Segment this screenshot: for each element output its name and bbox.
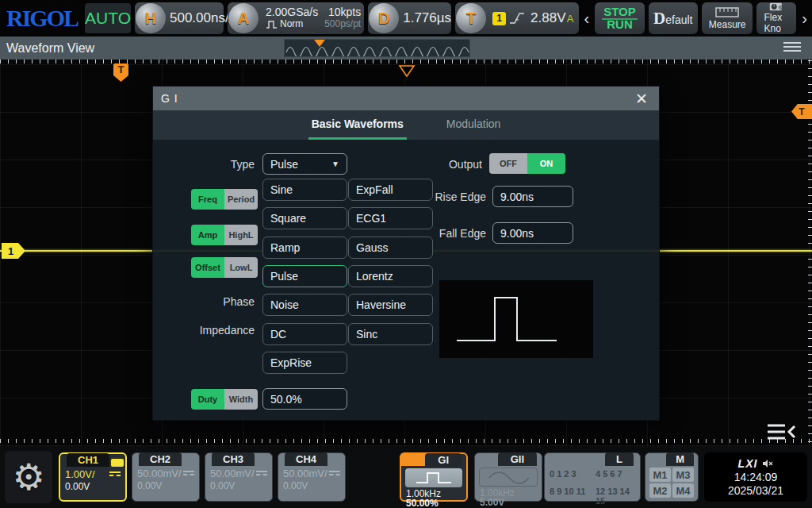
channel1-card[interactable]: CH1 1.00V/ 0.00V [59, 452, 127, 502]
trigger-center-marker[interactable] [398, 64, 416, 79]
delay-settings[interactable]: D 1.776µs [368, 2, 451, 34]
oscilloscope-screen: RIGOL AUTO H 500.00ns/ A 2.00GSa/s Norm … [0, 0, 812, 508]
waveform-option-lorentz[interactable]: Lorentz [348, 265, 433, 287]
duty-input[interactable]: 50.0% [262, 388, 347, 410]
channel1-marker[interactable]: 1 [2, 243, 25, 259]
math-card[interactable]: M M1 M3 M2 M4 [645, 452, 699, 502]
output-toggle[interactable]: OFF ON [489, 153, 565, 174]
default-initial: D [653, 9, 665, 28]
logic-card[interactable]: L 0 1 2 3 4 5 6 7 8 9 10 11 12 13 14 15 [544, 452, 641, 502]
toolbar-scroll-right[interactable]: › [800, 10, 809, 28]
waveform-option-noise[interactable]: Noise [262, 294, 347, 316]
math2-button[interactable]: M2 [649, 483, 671, 498]
type-dropdown[interactable]: Pulse ▼ [262, 153, 347, 175]
toolbar-scroll-left[interactable]: ‹ [583, 10, 592, 28]
trigger-knob[interactable]: T [456, 3, 486, 33]
logic-tab[interactable]: L [605, 452, 634, 466]
sine-wave-icon [480, 468, 538, 487]
tab-basic-waveforms[interactable]: Basic Waveforms [308, 110, 407, 140]
channel1-tab[interactable]: CH1 [67, 453, 109, 467]
rigol-logo: RIGOL [3, 5, 81, 32]
channel3-tab[interactable]: CH3 [212, 452, 255, 466]
waveform-view-bar: Waveform View [0, 37, 812, 60]
close-icon[interactable]: ✕ [632, 91, 651, 106]
waveform-option-haversine[interactable]: Haversine [348, 294, 433, 316]
flex-knob-button[interactable]: ⚙ Flex Kno [756, 2, 796, 34]
fall-edge-input[interactable]: 9.00ns [492, 222, 573, 244]
rise-edge-input[interactable]: 9.00ns [492, 186, 573, 207]
pulse-icon [266, 21, 278, 29]
freq-period-toggle[interactable]: Freq Period [191, 189, 258, 210]
period-option[interactable]: Period [224, 189, 258, 210]
waveform-option-ecg1[interactable]: ECG1 [348, 207, 433, 229]
waveform-option-sine[interactable]: Sine [262, 179, 347, 201]
generator1-tab[interactable]: GI [425, 453, 462, 467]
trigger-level-marker[interactable]: T [791, 104, 812, 119]
acquisition-mode-indicator[interactable]: AUTO [85, 3, 131, 33]
waveform-option-expfall[interactable]: ExpFall [348, 179, 433, 201]
waveform-option-dc[interactable]: DC [262, 323, 347, 345]
trigger-level-value: 2.88V [530, 10, 565, 26]
channel4-offset: 0.00V [283, 480, 340, 491]
channel2-card[interactable]: CH2 50.00mV/ 0.00V [132, 452, 200, 502]
lowl-option[interactable]: LowL [224, 257, 258, 278]
channel3-card[interactable]: CH3 50.00mV/ 0.00V [205, 452, 273, 502]
offset-lowl-toggle[interactable]: Offset LowL [191, 257, 258, 278]
highl-option[interactable]: HighL [224, 225, 258, 245]
math4-button[interactable]: M4 [672, 483, 694, 498]
acquire-settings[interactable]: A 2.00GSa/s Norm 10kpts 500ps/pt [228, 2, 364, 34]
delay-knob[interactable]: D [369, 3, 399, 33]
run-stop-button[interactable]: STOP RUN [595, 2, 645, 34]
math-tab[interactable]: M [666, 452, 694, 466]
horizontal-settings[interactable]: H 500.00ns/ [135, 2, 224, 34]
math1-button[interactable]: M1 [649, 468, 671, 482]
width-option[interactable]: Width [224, 389, 258, 410]
generator2-amp: 5.00V [480, 497, 504, 508]
math3-button[interactable]: M3 [672, 468, 694, 482]
channel2-scale: 50.00mV/ [137, 468, 182, 479]
trigger-position-flag[interactable]: T [113, 64, 128, 82]
acquire-mode: Norm [280, 18, 303, 30]
generator2-tab[interactable]: GII [498, 452, 537, 466]
collapse-menu-icon[interactable] [764, 421, 798, 442]
waveform-option-square[interactable]: Square [262, 207, 347, 229]
output-off[interactable]: OFF [489, 153, 527, 174]
trigger-settings[interactable]: T 1 2.88V A [455, 2, 578, 34]
channel1-scale: 1.00V/ [65, 468, 95, 480]
top-bar: RIGOL AUTO H 500.00ns/ A 2.00GSa/s Norm … [0, 0, 812, 37]
channel4-tab[interactable]: CH4 [285, 452, 327, 466]
channel4-scale: 50.00mV/ [283, 468, 327, 479]
channel4-card[interactable]: CH4 50.00mV/ 0.00V [278, 452, 346, 502]
overview-trigger-marker[interactable] [314, 40, 325, 47]
pulse-preview-icon [439, 280, 593, 358]
waveform-option-sinc[interactable]: Sinc [348, 323, 433, 345]
acquire-knob[interactable]: A [228, 3, 259, 33]
default-button[interactable]: Default [649, 2, 698, 34]
waveform-option-ramp[interactable]: Ramp [262, 237, 347, 259]
duty-width-toggle[interactable]: Duty Width [191, 389, 258, 410]
waveform-option-gauss[interactable]: Gauss [348, 237, 433, 259]
timebase-overview-strip[interactable] [284, 39, 470, 57]
dialog-header[interactable]: G I ✕ [153, 87, 659, 110]
amp-highl-toggle[interactable]: Amp HighL [191, 225, 258, 245]
offset-option[interactable]: Offset [191, 257, 224, 278]
freq-option[interactable]: Freq [191, 189, 224, 210]
amp-option[interactable]: Amp [191, 225, 224, 245]
channel2-tab[interactable]: CH2 [139, 452, 182, 466]
generator2-card[interactable]: GII 1.00kHz 5.00V [474, 452, 542, 502]
output-on[interactable]: ON [527, 153, 565, 174]
logic-cells-2: 8 9 10 11 [550, 487, 591, 506]
duty-option[interactable]: Duty [191, 389, 224, 410]
rising-edge-icon [508, 10, 526, 26]
measure-button[interactable]: Measure [702, 2, 753, 34]
coupling-icon [329, 471, 340, 477]
menu-icon[interactable] [783, 42, 801, 52]
horizontal-knob[interactable]: H [136, 3, 166, 33]
system-menu-button[interactable]: ⚙ [5, 451, 52, 503]
waveform-option-exprise[interactable]: ExpRise [262, 352, 347, 374]
generator1-card[interactable]: GI 1.00kHz 50.00% [400, 452, 468, 502]
waveform-option-pulse[interactable]: Pulse [262, 265, 347, 287]
delay-value: 1.776µs [403, 10, 451, 26]
status-box[interactable]: LXI 14:24:09 2025/03/21 [704, 452, 807, 502]
tab-modulation[interactable]: Modulation [443, 110, 504, 140]
